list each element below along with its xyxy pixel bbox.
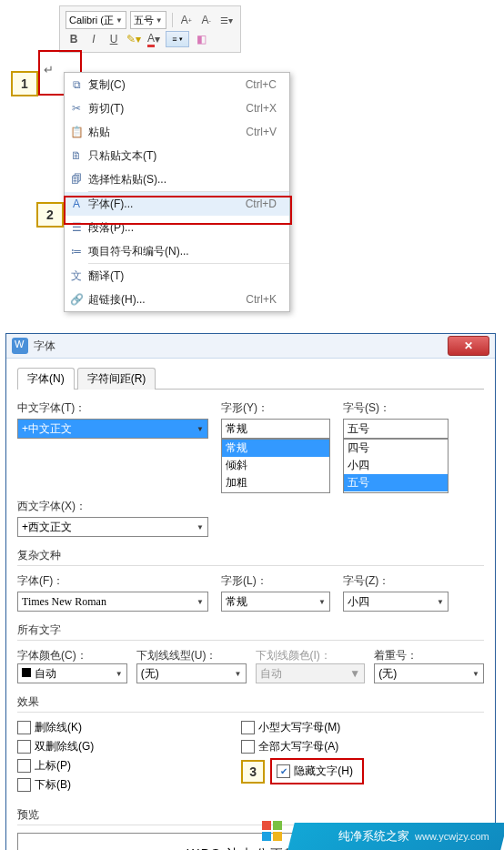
align-button[interactable]: ≡▾ (166, 31, 189, 47)
highlight-icon[interactable]: ✎▾ (126, 31, 142, 47)
toolbar-sep (172, 13, 173, 27)
toolbar-row-1: Calibri (正▼ 五号▼ A+ A- ☰▾ (64, 10, 237, 30)
grow-font-icon[interactable]: A+ (178, 12, 195, 28)
font-size-combo[interactable]: 五号▼ (130, 11, 166, 29)
bold-button[interactable]: B (66, 31, 82, 47)
font-name-combo[interactable]: Calibri (正▼ (66, 11, 126, 29)
shrink-font-icon[interactable]: A- (198, 12, 215, 28)
font-color-icon[interactable]: A▾ (146, 31, 162, 47)
underline-button[interactable]: U (106, 31, 122, 47)
toolbar-row-2: B I U ✎▾ A▾ ≡▾ ◧ (64, 30, 237, 48)
italic-button[interactable]: I (86, 31, 102, 47)
mini-toolbar: Calibri (正▼ 五号▼ A+ A- ☰▾ B I U ✎▾ A▾ ≡▾ … (59, 5, 241, 53)
eraser-icon[interactable]: ◧ (193, 31, 209, 47)
selection-highlight (38, 50, 82, 53)
line-spacing-icon[interactable]: ☰▾ (218, 12, 235, 28)
